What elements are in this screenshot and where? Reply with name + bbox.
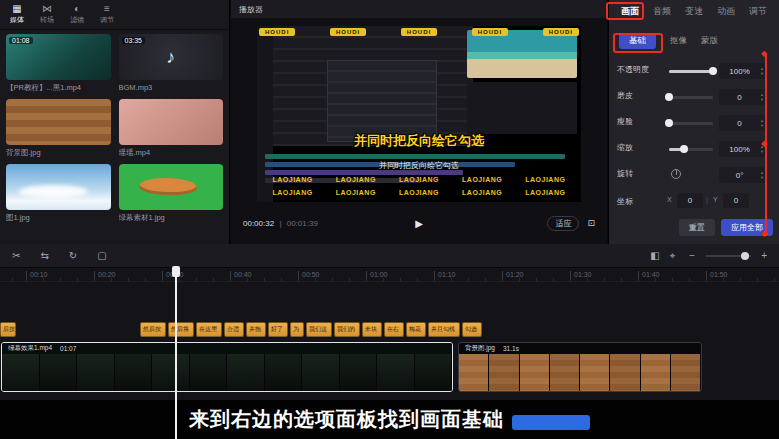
- media-thumbnail: ♪03:35: [119, 34, 224, 80]
- text-clip[interactable]: 我们这: [306, 322, 332, 337]
- timeline-ruler[interactable]: 00:1000:2000:3000:4000:5001:0001:1001:20…: [0, 268, 779, 282]
- tab-2[interactable]: 变速: [685, 5, 703, 18]
- laojiang-watermark: LAOJIANG: [462, 176, 502, 183]
- text-clip[interactable]: 在右: [384, 322, 404, 337]
- media-item[interactable]: 绿幕素材1.jpg: [119, 164, 224, 223]
- prop-slider[interactable]: [669, 70, 713, 73]
- tab-4[interactable]: 调节: [749, 5, 767, 18]
- subtab-2[interactable]: 蒙版: [701, 35, 718, 47]
- media-name: 【PR教程】...黑1.mp4: [6, 83, 111, 93]
- text-clip[interactable]: 为: [290, 322, 304, 337]
- split-icon[interactable]: ✂: [12, 251, 20, 261]
- toolbar-item-filter[interactable]: ◐滤镜: [70, 4, 84, 25]
- ruler-label: 00:50: [298, 271, 320, 279]
- film-frame: [459, 354, 489, 391]
- annotation-box-picture-tab: [606, 2, 644, 20]
- toolbar-item-media[interactable]: ▦媒体: [10, 4, 24, 25]
- prop-value-input[interactable]: 100%▲▼: [719, 141, 767, 157]
- text-clip[interactable]: 然后按: [140, 322, 166, 337]
- zoom-slider[interactable]: [705, 255, 751, 257]
- tab-1[interactable]: 音频: [653, 5, 671, 18]
- decor-track-bar: [265, 154, 565, 159]
- stepper-up-icon[interactable]: ▲: [760, 119, 764, 123]
- x-value-input[interactable]: 0: [677, 193, 703, 208]
- media-name: 背景图.jpg: [6, 148, 111, 158]
- houdi-watermark: HOUDI: [330, 28, 366, 36]
- slider-knob[interactable]: [665, 119, 673, 127]
- stepper-down-icon[interactable]: ▼: [760, 98, 764, 102]
- zoom-knob[interactable]: [741, 252, 749, 260]
- target-icon[interactable]: ⌖: [670, 251, 676, 261]
- houdi-watermark: HOUDI: [259, 28, 295, 36]
- ruler-label: 01:10: [434, 271, 456, 279]
- prop-value-text: 0°: [719, 171, 760, 180]
- media-item[interactable]: 瑶瑶.mp4: [119, 99, 224, 158]
- zoom-out-icon[interactable]: −: [689, 251, 695, 261]
- text-clip[interactable]: 合适: [224, 322, 244, 337]
- prop-slider[interactable]: [669, 122, 713, 125]
- media-item[interactable]: 01:08【PR教程】...黑1.mp4: [6, 34, 111, 93]
- video-preview[interactable]: HOUDIHOUDIHOUDIHOUDIHOUDI 并同时把反向绘它勾选 并同时…: [257, 26, 581, 202]
- video-clip-green[interactable]: 绿幕效果1.mp4 01:07: [1, 342, 453, 392]
- stepper-down-icon[interactable]: ▼: [760, 176, 764, 180]
- toolbar-item-adjust[interactable]: ≡调节: [100, 4, 114, 25]
- prop-slider[interactable]: [669, 96, 713, 99]
- panel-icon[interactable]: ◧: [650, 251, 659, 261]
- film-frame: [489, 354, 519, 391]
- play-button[interactable]: ▶: [415, 218, 423, 229]
- stepper-up-icon[interactable]: ▲: [760, 67, 764, 71]
- ruler-label: 01:50: [706, 271, 728, 279]
- slider-knob[interactable]: [665, 93, 673, 101]
- toolbar-item-transition[interactable]: ⋈转场: [40, 4, 54, 25]
- zoom-in-icon[interactable]: +: [761, 251, 767, 261]
- y-value-input[interactable]: 0: [723, 193, 749, 208]
- film-frame: [265, 354, 303, 391]
- film-frame: [340, 354, 378, 391]
- tab-3[interactable]: 动画: [717, 5, 735, 18]
- rotate-icon[interactable]: ↻: [69, 251, 77, 261]
- film-frame: [377, 354, 415, 391]
- prop-value-input[interactable]: 100%▲▼: [719, 63, 767, 79]
- playhead-handle[interactable]: [172, 266, 180, 277]
- decor-beach-thumbnail: [467, 30, 577, 78]
- video-clip-background[interactable]: 背景图.jpg 31.1s: [458, 342, 702, 392]
- prop-value-input[interactable]: 0°▲▼: [719, 167, 767, 183]
- text-clip[interactable]: 后按: [0, 322, 16, 337]
- crop-icon[interactable]: ▢: [97, 251, 106, 261]
- stepper-down-icon[interactable]: ▼: [760, 124, 764, 128]
- media-item[interactable]: ♪03:35BGM.mp3: [119, 34, 224, 93]
- media-item[interactable]: 背景图.jpg: [6, 99, 111, 158]
- media-item[interactable]: 图1.jpg: [6, 164, 111, 223]
- stepper-up-icon[interactable]: ▲: [760, 171, 764, 175]
- rotate-dial[interactable]: [671, 169, 681, 179]
- mirror-icon[interactable]: ⇆: [40, 251, 48, 261]
- slider-knob[interactable]: [709, 67, 717, 75]
- text-clip[interactable]: 未块: [362, 322, 382, 337]
- text-clip[interactable]: 在这里: [196, 322, 222, 337]
- fit-button[interactable]: 适应: [547, 216, 579, 231]
- film-frame: [227, 354, 265, 391]
- position-row: 坐标 X 0 | Y 0: [609, 190, 779, 212]
- annotation-diamond-icon: ◆: [761, 230, 767, 238]
- playhead-line[interactable]: [175, 266, 177, 439]
- text-clip[interactable]: 勾选: [462, 322, 482, 337]
- fullscreen-icon[interactable]: ⊡: [587, 218, 595, 228]
- text-clip[interactable]: 然后将: [168, 322, 194, 337]
- slider-knob[interactable]: [680, 145, 688, 153]
- prop-slider[interactable]: [669, 148, 713, 151]
- media-name: 绿幕素材1.jpg: [119, 213, 224, 223]
- text-clip[interactable]: 我们的: [334, 322, 360, 337]
- text-clip[interactable]: 好了: [268, 322, 288, 337]
- prop-value-input[interactable]: 0▲▼: [719, 89, 767, 105]
- ruler-label: 01:00: [366, 271, 388, 279]
- position-label: 坐标: [617, 196, 633, 207]
- subtab-1[interactable]: 抠像: [670, 35, 687, 47]
- stepper-down-icon[interactable]: ▼: [760, 72, 764, 76]
- text-clip[interactable]: 梅花: [406, 322, 426, 337]
- prop-value-input[interactable]: 0▲▼: [719, 115, 767, 131]
- stepper-up-icon[interactable]: ▲: [760, 93, 764, 97]
- stepper-down-icon[interactable]: ▼: [760, 150, 764, 154]
- text-clip[interactable]: 并拖: [246, 322, 266, 337]
- reset-button[interactable]: 重置: [679, 219, 715, 236]
- text-clip[interactable]: 并且勾线: [428, 322, 460, 337]
